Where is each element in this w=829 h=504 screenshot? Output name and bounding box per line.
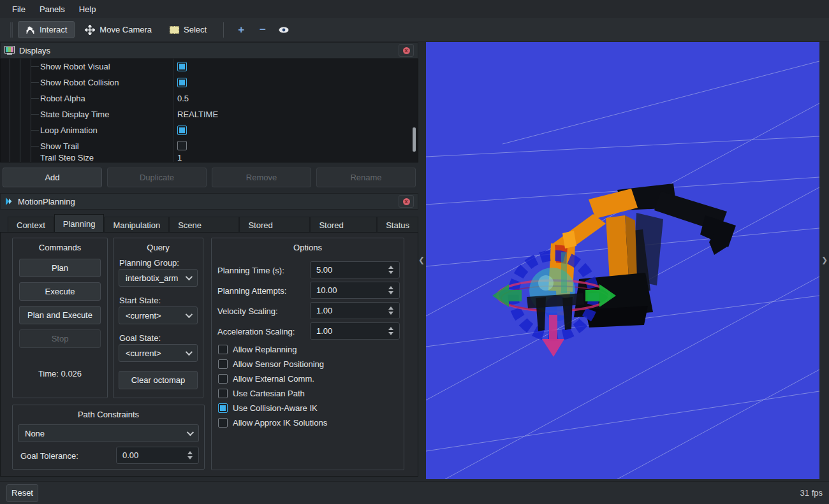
tab-manipulation[interactable]: Manipulation xyxy=(104,217,169,232)
start-state-value: <current> xyxy=(126,311,161,320)
options-group-title: Options xyxy=(212,238,404,252)
toolbar-drag-handle[interactable] xyxy=(10,22,13,38)
displays-panel-header[interactable]: Displays x xyxy=(0,42,418,59)
property-value[interactable]: 0.5 xyxy=(177,94,189,103)
property-row-show-robot-collision[interactable]: Show Robot Collision xyxy=(1,75,418,90)
checkbox[interactable] xyxy=(218,403,228,413)
property-row-show-robot-visual[interactable]: Show Robot Visual xyxy=(1,59,418,75)
checkbox[interactable] xyxy=(218,359,228,369)
property-row-robot-alpha[interactable]: Robot Alpha 0.5 xyxy=(1,90,418,106)
start-state-dropdown[interactable]: <current> xyxy=(119,306,198,324)
tree-scrollbar[interactable] xyxy=(413,127,416,152)
move-camera-tool-label: Move Camera xyxy=(99,25,152,34)
checkbox-label: Allow Replanning xyxy=(233,345,297,354)
remove-display-button[interactable]: Remove xyxy=(212,168,311,187)
displays-buttons-row: Add Duplicate Remove Rename xyxy=(0,168,418,187)
planning-group-dropdown[interactable]: interbotix_arm xyxy=(119,269,198,287)
planning-attempts-spinbox[interactable]: 10.00 xyxy=(310,282,400,299)
tab-context[interactable]: Context xyxy=(8,217,54,232)
stop-button[interactable]: Stop xyxy=(19,329,101,348)
checkbox[interactable] xyxy=(218,374,228,384)
plan-and-execute-button[interactable]: Plan and Execute xyxy=(19,306,101,324)
property-row-trail-step-size[interactable]: Trail Step Size 1 xyxy=(1,154,418,161)
checkbox[interactable] xyxy=(177,78,187,87)
planning-group-value: interbotix_arm xyxy=(126,273,178,283)
displays-monitor-icon xyxy=(4,46,15,55)
interact-tool-button[interactable]: Interact xyxy=(18,21,75,38)
allow-external-comm-checkbox[interactable]: Allow External Comm. xyxy=(218,374,314,384)
property-row-state-display-time[interactable]: State Display Time REALTIME xyxy=(1,106,418,122)
path-constraints-group: Path Constraints None Goal Tolerance: 0.… xyxy=(12,405,205,470)
tab-planning[interactable]: Planning xyxy=(54,214,105,232)
goal-state-value: <current> xyxy=(126,349,161,358)
displays-close-button[interactable]: x xyxy=(399,44,414,57)
spinner-arrows-icon[interactable] xyxy=(187,451,193,459)
collapse-left-panel-handle[interactable]: ❮ xyxy=(418,251,425,269)
checkbox[interactable] xyxy=(218,389,228,398)
execute-button[interactable]: Execute xyxy=(19,282,101,301)
planning-time-label: Planning Time (s): xyxy=(217,266,284,275)
use-collision-aware-ik-checkbox[interactable]: Use Collision-Aware IK xyxy=(218,403,318,413)
plan-button[interactable]: Plan xyxy=(19,259,101,277)
property-row-show-trail[interactable]: Show Trail xyxy=(1,138,418,154)
tab-status[interactable]: Status xyxy=(377,217,418,232)
select-tool-button[interactable]: Select xyxy=(162,21,214,38)
property-row-loop-animation[interactable]: Loop Animation xyxy=(1,122,418,138)
checkbox[interactable] xyxy=(177,126,187,135)
reset-button[interactable]: Reset xyxy=(6,484,38,502)
allow-sensor-positioning-checkbox[interactable]: Allow Sensor Positioning xyxy=(218,359,324,369)
query-group-title: Query xyxy=(114,238,203,252)
spinner-arrows-icon[interactable] xyxy=(388,327,393,335)
menu-panels[interactable]: Panels xyxy=(33,1,72,17)
checkbox-label: Allow Sensor Positioning xyxy=(233,359,324,369)
goal-state-dropdown[interactable]: <current> xyxy=(119,344,198,362)
spinner-arrows-icon[interactable] xyxy=(388,306,393,315)
left-dock: Displays x Show Robot Visual Show Robot … xyxy=(0,42,418,481)
planning-time-spinbox[interactable]: 5.00 xyxy=(310,261,400,278)
commands-group: Commands Plan Execute Plan and Execute S… xyxy=(12,238,108,398)
options-group: Options Planning Time (s): 5.00 Planning… xyxy=(211,238,404,470)
motion-planning-panel-header[interactable]: MotionPlanning x xyxy=(0,193,418,210)
render-viewport-3d[interactable] xyxy=(426,42,819,479)
path-constraints-dropdown[interactable]: None xyxy=(18,424,199,442)
tab-stored-scenes[interactable]: Stored Scenes xyxy=(239,217,310,232)
allow-replanning-checkbox[interactable]: Allow Replanning xyxy=(218,345,297,354)
property-value[interactable]: 1 xyxy=(177,154,182,161)
acceleration-scaling-value: 1.00 xyxy=(316,326,332,336)
duplicate-display-button[interactable]: Duplicate xyxy=(107,168,207,187)
interact-hand-icon xyxy=(26,25,35,34)
checkbox[interactable] xyxy=(218,345,228,354)
property-value[interactable]: REALTIME xyxy=(177,110,218,119)
clear-octomap-button[interactable]: Clear octomap xyxy=(119,371,198,389)
toolbar: Interact Move Camera Select + − xyxy=(0,18,829,42)
acceleration-scaling-spinbox[interactable]: 1.00 xyxy=(310,322,400,340)
spinner-arrows-icon[interactable] xyxy=(388,286,393,294)
menu-bar: File Panels Help xyxy=(0,0,829,18)
property-name: State Display Time xyxy=(40,110,109,119)
tab-stored-states[interactable]: Stored States xyxy=(310,217,377,232)
goal-tolerance-value: 0.00 xyxy=(122,450,138,460)
visibility-button[interactable] xyxy=(274,24,294,36)
checkbox[interactable] xyxy=(218,418,228,428)
acceleration-scaling-label: Acceleration Scaling: xyxy=(217,327,295,336)
add-display-button[interactable]: Add xyxy=(3,168,102,187)
collapse-right-panel-handle[interactable]: ❯ xyxy=(821,251,828,269)
menu-file[interactable]: File xyxy=(5,1,33,17)
checkbox[interactable] xyxy=(177,141,187,150)
goal-tolerance-spinbox[interactable]: 0.00 xyxy=(116,447,199,464)
allow-approx-ik-solutions-checkbox[interactable]: Allow Approx IK Solutions xyxy=(218,418,327,428)
move-camera-tool-button[interactable]: Move Camera xyxy=(77,21,159,39)
tab-scene-objects[interactable]: Scene Objects xyxy=(169,217,239,232)
checkbox[interactable] xyxy=(177,62,187,71)
use-cartesian-path-checkbox[interactable]: Use Cartesian Path xyxy=(218,389,305,398)
velocity-scaling-spinbox[interactable]: 1.00 xyxy=(310,302,400,319)
spinner-arrows-icon[interactable] xyxy=(388,266,393,274)
displays-property-tree[interactable]: Show Robot Visual Show Robot Collision R… xyxy=(0,59,418,162)
motion-planning-close-button[interactable]: x xyxy=(399,195,414,208)
zoom-in-button[interactable]: + xyxy=(230,22,252,38)
menu-help[interactable]: Help xyxy=(72,1,103,17)
checkbox-label: Use Cartesian Path xyxy=(233,389,305,398)
rename-display-button[interactable]: Rename xyxy=(316,168,416,187)
chevron-down-icon xyxy=(187,429,194,436)
zoom-out-button[interactable]: − xyxy=(252,22,274,38)
